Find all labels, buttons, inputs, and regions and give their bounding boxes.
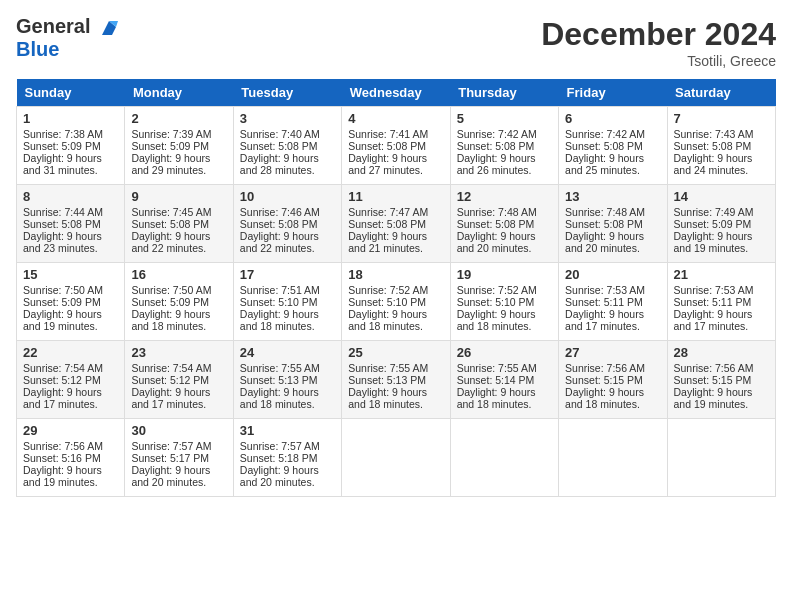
day-info: Sunset: 5:08 PM (348, 218, 443, 230)
day-info: Sunset: 5:10 PM (348, 296, 443, 308)
day-info: Daylight: 9 hours (348, 386, 443, 398)
day-info: Daylight: 9 hours (565, 308, 660, 320)
calendar-cell (342, 419, 450, 497)
weekday-header: Friday (559, 79, 667, 107)
day-info: and 26 minutes. (457, 164, 552, 176)
day-info: Sunrise: 7:46 AM (240, 206, 335, 218)
day-info: Sunrise: 7:45 AM (131, 206, 226, 218)
day-info: Sunset: 5:08 PM (348, 140, 443, 152)
day-info: and 20 minutes. (457, 242, 552, 254)
day-number: 12 (457, 189, 552, 204)
day-info: Daylight: 9 hours (240, 308, 335, 320)
day-number: 1 (23, 111, 118, 126)
day-info: and 28 minutes. (240, 164, 335, 176)
day-info: Sunrise: 7:41 AM (348, 128, 443, 140)
day-number: 18 (348, 267, 443, 282)
day-info: Sunrise: 7:43 AM (674, 128, 769, 140)
day-info: Daylight: 9 hours (240, 386, 335, 398)
day-info: and 18 minutes. (240, 398, 335, 410)
calendar-cell: 3Sunrise: 7:40 AMSunset: 5:08 PMDaylight… (233, 107, 341, 185)
day-info: Daylight: 9 hours (348, 152, 443, 164)
calendar-cell: 22Sunrise: 7:54 AMSunset: 5:12 PMDayligh… (17, 341, 125, 419)
day-info: Daylight: 9 hours (457, 308, 552, 320)
day-info: Sunset: 5:08 PM (457, 140, 552, 152)
calendar-week-row: 15Sunrise: 7:50 AMSunset: 5:09 PMDayligh… (17, 263, 776, 341)
day-info: Sunrise: 7:53 AM (674, 284, 769, 296)
day-info: and 18 minutes. (565, 398, 660, 410)
calendar-cell: 18Sunrise: 7:52 AMSunset: 5:10 PMDayligh… (342, 263, 450, 341)
calendar-cell: 1Sunrise: 7:38 AMSunset: 5:09 PMDaylight… (17, 107, 125, 185)
day-info: Sunset: 5:10 PM (457, 296, 552, 308)
day-info: and 19 minutes. (23, 320, 118, 332)
day-info: Sunrise: 7:50 AM (23, 284, 118, 296)
day-number: 10 (240, 189, 335, 204)
day-number: 7 (674, 111, 769, 126)
day-info: and 17 minutes. (23, 398, 118, 410)
day-info: Sunrise: 7:48 AM (565, 206, 660, 218)
calendar-cell: 28Sunrise: 7:56 AMSunset: 5:15 PMDayligh… (667, 341, 775, 419)
day-info: and 29 minutes. (131, 164, 226, 176)
day-number: 11 (348, 189, 443, 204)
day-number: 31 (240, 423, 335, 438)
day-info: Daylight: 9 hours (348, 308, 443, 320)
day-info: Sunset: 5:09 PM (131, 140, 226, 152)
day-info: Sunset: 5:14 PM (457, 374, 552, 386)
day-info: Sunrise: 7:49 AM (674, 206, 769, 218)
calendar-week-row: 29Sunrise: 7:56 AMSunset: 5:16 PMDayligh… (17, 419, 776, 497)
day-number: 25 (348, 345, 443, 360)
day-number: 28 (674, 345, 769, 360)
day-info: Sunset: 5:10 PM (240, 296, 335, 308)
day-info: Sunrise: 7:47 AM (348, 206, 443, 218)
day-number: 24 (240, 345, 335, 360)
day-number: 29 (23, 423, 118, 438)
weekday-header: Monday (125, 79, 233, 107)
calendar-cell: 21Sunrise: 7:53 AMSunset: 5:11 PMDayligh… (667, 263, 775, 341)
day-number: 15 (23, 267, 118, 282)
day-info: and 20 minutes. (565, 242, 660, 254)
calendar-cell: 12Sunrise: 7:48 AMSunset: 5:08 PMDayligh… (450, 185, 558, 263)
day-info: Sunset: 5:09 PM (23, 296, 118, 308)
day-info: and 19 minutes. (674, 242, 769, 254)
day-info: Daylight: 9 hours (23, 230, 118, 242)
day-info: Daylight: 9 hours (674, 386, 769, 398)
day-info: Daylight: 9 hours (131, 152, 226, 164)
day-info: Sunrise: 7:54 AM (23, 362, 118, 374)
day-info: Daylight: 9 hours (131, 464, 226, 476)
day-info: Sunset: 5:08 PM (674, 140, 769, 152)
day-info: and 17 minutes. (674, 320, 769, 332)
day-info: Daylight: 9 hours (674, 152, 769, 164)
day-info: Sunset: 5:13 PM (348, 374, 443, 386)
day-info: Daylight: 9 hours (457, 230, 552, 242)
day-info: Sunrise: 7:40 AM (240, 128, 335, 140)
day-number: 2 (131, 111, 226, 126)
day-info: and 31 minutes. (23, 164, 118, 176)
day-number: 16 (131, 267, 226, 282)
day-info: Sunrise: 7:39 AM (131, 128, 226, 140)
calendar-cell: 20Sunrise: 7:53 AMSunset: 5:11 PMDayligh… (559, 263, 667, 341)
day-info: Daylight: 9 hours (457, 152, 552, 164)
calendar-cell: 10Sunrise: 7:46 AMSunset: 5:08 PMDayligh… (233, 185, 341, 263)
day-info: Daylight: 9 hours (23, 152, 118, 164)
day-number: 20 (565, 267, 660, 282)
day-info: Sunrise: 7:56 AM (23, 440, 118, 452)
logo: General Blue (16, 16, 120, 59)
day-info: Sunset: 5:08 PM (457, 218, 552, 230)
day-info: Daylight: 9 hours (240, 230, 335, 242)
day-info: Sunset: 5:08 PM (565, 218, 660, 230)
day-info: and 17 minutes. (565, 320, 660, 332)
day-info: Daylight: 9 hours (23, 464, 118, 476)
day-info: Sunrise: 7:44 AM (23, 206, 118, 218)
day-info: and 20 minutes. (131, 476, 226, 488)
day-number: 3 (240, 111, 335, 126)
day-info: Sunrise: 7:56 AM (565, 362, 660, 374)
title-block: December 2024 Tsotili, Greece (541, 16, 776, 69)
day-info: Sunrise: 7:53 AM (565, 284, 660, 296)
day-number: 23 (131, 345, 226, 360)
day-info: Sunset: 5:15 PM (565, 374, 660, 386)
day-number: 8 (23, 189, 118, 204)
calendar-cell: 23Sunrise: 7:54 AMSunset: 5:12 PMDayligh… (125, 341, 233, 419)
day-info: Daylight: 9 hours (131, 386, 226, 398)
day-info: Sunset: 5:18 PM (240, 452, 335, 464)
calendar-body: 1Sunrise: 7:38 AMSunset: 5:09 PMDaylight… (17, 107, 776, 497)
day-info: Sunrise: 7:42 AM (457, 128, 552, 140)
